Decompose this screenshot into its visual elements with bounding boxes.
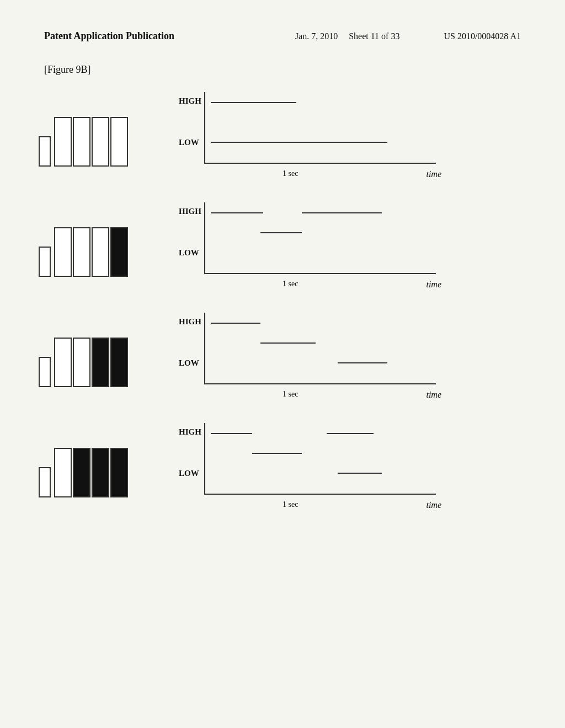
- bar-2-3: [92, 227, 109, 277]
- page: Patent Application Publication Jan. 7, 2…: [0, 0, 565, 728]
- axis-sec-2: 1 sec: [282, 280, 298, 288]
- signal-line-high-4a: [211, 433, 252, 434]
- signal-chart-inner-2: HIGH LOW 1 sec time: [204, 202, 436, 274]
- signal-chart-inner-1: HIGH LOW 1 sec time: [204, 92, 436, 164]
- bar-display-2: [33, 216, 154, 277]
- axis-time-4: time: [426, 500, 441, 510]
- diagram-row-2: HIGH LOW 1 sec time: [33, 202, 532, 291]
- bar-4-4: [110, 448, 128, 497]
- signal-line-low-4a: [252, 453, 302, 454]
- signal-chart-2: HIGH LOW 1 sec time: [177, 202, 430, 291]
- diagram-row-4: HIGH LOW 1 sec time: [33, 423, 532, 511]
- bar-single-1: [39, 136, 51, 167]
- bar-single-3: [39, 357, 51, 387]
- signal-line-high-2b: [302, 212, 382, 213]
- low-label-4: LOW: [179, 469, 199, 478]
- bar-2-4: [110, 227, 128, 277]
- bar-2-1: [54, 227, 72, 277]
- signal-line-low-3b: [338, 362, 387, 363]
- bar-display-3: [33, 326, 154, 387]
- signal-line-low-3a: [260, 342, 316, 344]
- axis-sec-3: 1 sec: [282, 390, 298, 399]
- bar-3: [92, 117, 109, 167]
- signal-line-high-4b: [327, 433, 374, 434]
- signal-line-high-1: [211, 102, 296, 103]
- signal-chart-4: HIGH LOW 1 sec time: [177, 423, 430, 511]
- signal-line-low-2a: [260, 232, 302, 233]
- signal-chart-inner-3: HIGH LOW 1 sec time: [204, 313, 436, 384]
- signal-chart-inner-4: HIGH LOW 1 sec time: [204, 423, 436, 495]
- low-label-1: LOW: [179, 138, 199, 147]
- bar-2: [73, 117, 90, 167]
- diagrams-container: HIGH LOW 1 sec time: [0, 81, 565, 528]
- bar-4: [110, 117, 128, 167]
- bar-1: [54, 117, 72, 167]
- low-label-3: LOW: [179, 358, 199, 368]
- high-label-1: HIGH: [179, 97, 201, 106]
- high-label-4: HIGH: [179, 427, 201, 437]
- high-label-3: HIGH: [179, 317, 201, 326]
- axis-sec-4: 1 sec: [282, 500, 298, 509]
- signal-line-high-3: [211, 323, 260, 324]
- bar-4-1: [54, 448, 72, 497]
- header-title: Patent Application Publication: [44, 30, 174, 42]
- bar-3-3: [92, 338, 109, 387]
- bar-2-2: [73, 227, 90, 277]
- bar-4-2: [73, 448, 90, 497]
- header-patent: US 2010/0004028 A1: [444, 31, 521, 41]
- bar-3-2: [73, 338, 90, 387]
- header: Patent Application Publication Jan. 7, 2…: [0, 0, 565, 53]
- diagram-row-1: HIGH LOW 1 sec time: [33, 92, 532, 180]
- bar-display-4: [33, 437, 154, 497]
- signal-line-low-1: [211, 142, 387, 143]
- signal-chart-1: HIGH LOW 1 sec time: [177, 92, 430, 180]
- bar-4-3: [92, 448, 109, 497]
- axis-time-2: time: [426, 280, 441, 290]
- signal-chart-3: HIGH LOW 1 sec time: [177, 313, 430, 401]
- bar-3-4: [110, 338, 128, 387]
- high-label-2: HIGH: [179, 207, 201, 216]
- axis-sec-1: 1 sec: [282, 169, 298, 178]
- bar-3-1: [54, 338, 72, 387]
- axis-time-3: time: [426, 390, 441, 400]
- bar-single-2: [39, 247, 51, 277]
- axis-time-1: time: [426, 169, 441, 179]
- diagram-row-3: HIGH LOW 1 sec time: [33, 313, 532, 401]
- low-label-2: LOW: [179, 248, 199, 258]
- figure-label: [Figure 9B]: [0, 53, 565, 81]
- signal-line-low-4b: [338, 473, 382, 474]
- bar-single-4: [39, 467, 51, 497]
- bar-display-1: [33, 106, 154, 167]
- header-date: Jan. 7, 2010 Sheet 11 of 33: [295, 31, 400, 41]
- signal-line-high-2a: [211, 212, 263, 213]
